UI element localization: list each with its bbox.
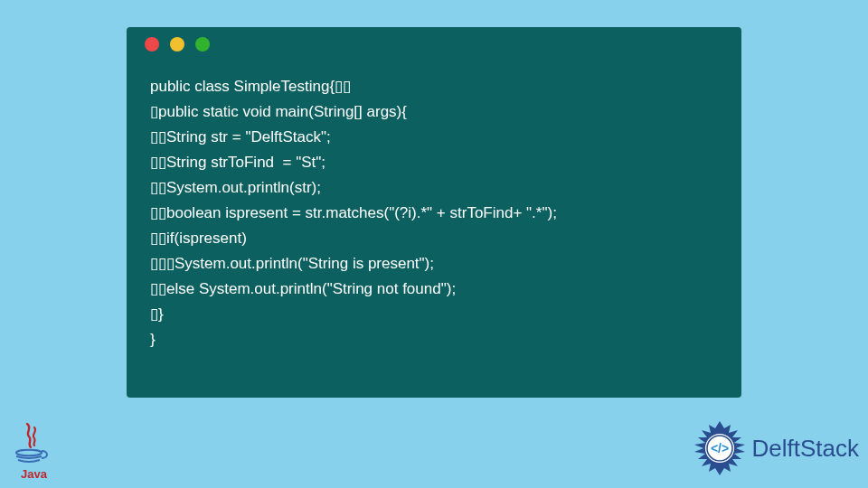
delftstack-logo-label: DelftStack	[752, 435, 860, 463]
window-titlebar	[127, 27, 741, 61]
java-logo: Java	[9, 420, 59, 481]
svg-text:</>: </>	[710, 441, 728, 455]
code-content: public class SimpleTesting{▯▯ ▯public st…	[127, 61, 741, 365]
delftstack-logo: </> DelftStack	[691, 419, 860, 477]
code-window: public class SimpleTesting{▯▯ ▯public st…	[127, 27, 741, 398]
minimize-icon	[170, 37, 184, 52]
delftstack-badge-icon: </>	[691, 419, 749, 477]
java-logo-label: Java	[9, 467, 59, 481]
java-cup-icon	[9, 420, 52, 467]
maximize-icon	[195, 37, 210, 52]
svg-point-0	[16, 450, 42, 455]
close-icon	[145, 37, 159, 52]
